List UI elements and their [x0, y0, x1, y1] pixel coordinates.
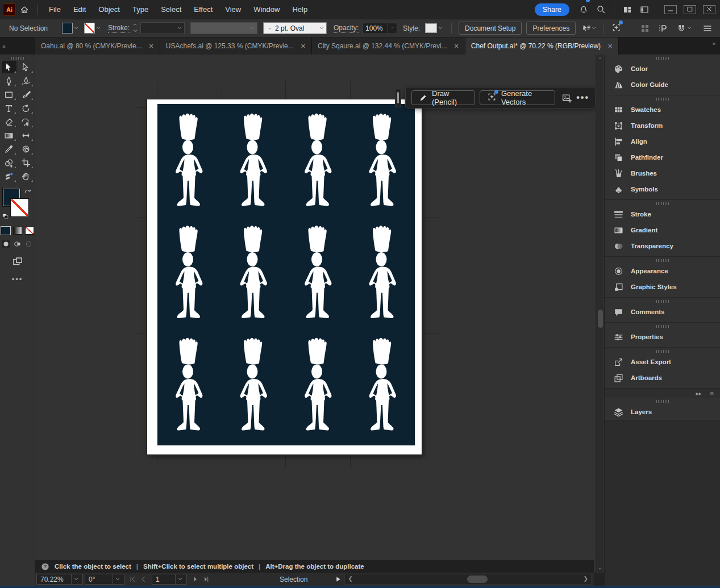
opacity-field[interactable]: 100% — [362, 23, 388, 34]
panel-tab-layers[interactable]: Layers — [605, 404, 720, 420]
menu-type[interactable]: Type — [126, 0, 155, 19]
panel-tab-symbols[interactable]: ♣Symbols — [605, 181, 720, 197]
horizontal-scrollbar[interactable]: ❮ ❯ — [344, 574, 592, 585]
maximize-button[interactable] — [684, 5, 696, 14]
selection-tool-button[interactable] — [2, 61, 16, 73]
stroke-weight-stepper[interactable] — [133, 22, 139, 34]
panel-gripper[interactable] — [656, 57, 669, 60]
panel-tab-graphic-styles[interactable]: Graphic Styles — [605, 279, 720, 295]
tab-close-icon[interactable]: ✕ — [301, 43, 306, 50]
rotation-select[interactable]: 0° — [85, 574, 124, 585]
panel-tab-properties[interactable]: Properties — [605, 329, 720, 345]
panel-tab-align[interactable]: Align — [605, 134, 720, 149]
panel-tab-transform[interactable]: Transform — [605, 118, 720, 134]
tab-close-icon[interactable]: ✕ — [149, 43, 154, 50]
default-fill-stroke-icon[interactable] — [2, 213, 9, 220]
previous-artboard-button[interactable] — [140, 576, 147, 583]
menu-file[interactable]: File — [43, 0, 67, 19]
home-icon[interactable] — [16, 0, 33, 19]
twirl-tool-button[interactable] — [19, 143, 34, 155]
hand-tool-button[interactable] — [19, 170, 34, 182]
chef-pattern-artwork[interactable] — [157, 104, 415, 445]
tab-close-icon[interactable]: ✕ — [454, 43, 459, 50]
panel-gripper[interactable] — [11, 57, 24, 60]
panel-gripper[interactable] — [656, 300, 669, 303]
panel-tab-color[interactable]: Color — [605, 61, 720, 77]
panel-menu-button[interactable] — [703, 24, 712, 33]
zoom-level-select[interactable]: 70.22% — [36, 574, 83, 585]
canvas-pasteboard[interactable]: Draw (Pencil) Generate Vectors ••• — [35, 55, 596, 560]
shaper-tool-button[interactable] — [19, 115, 34, 128]
color-button[interactable] — [1, 227, 10, 235]
brush-definition-select[interactable]: · 2 pt. Oval — [263, 22, 327, 34]
collapse-dock-icon[interactable]: » — [712, 40, 715, 47]
panel-gripper[interactable] — [656, 400, 669, 403]
generate-button[interactable] — [611, 23, 621, 34]
collapse-toolbar-icon[interactable]: « — [0, 37, 8, 55]
panel-gripper[interactable] — [656, 98, 669, 101]
select-similar-dropdown[interactable] — [581, 24, 598, 33]
scroll-right-icon[interactable]: ❯ — [584, 576, 588, 582]
document-setup-button[interactable]: Document Setup — [459, 22, 522, 35]
generate-vectors-button[interactable]: Generate Vectors — [480, 90, 555, 105]
notifications-button[interactable] — [575, 0, 592, 19]
panel-tab-artboards[interactable]: Artboards — [605, 370, 720, 386]
direct-selection-tool-button[interactable] — [19, 61, 34, 73]
panel-tab-transparency[interactable]: Transparency — [605, 238, 720, 254]
type-tool-button[interactable] — [2, 102, 16, 114]
panel-layout-button[interactable] — [636, 0, 653, 19]
snap-options-button[interactable] — [659, 24, 668, 33]
panel-gripper[interactable] — [656, 259, 669, 262]
vertical-scroll-thumb[interactable] — [598, 310, 603, 328]
menu-edit[interactable]: Edit — [67, 0, 92, 19]
task-bar-drag-handle[interactable] — [395, 88, 401, 107]
search-button[interactable] — [592, 0, 609, 19]
draw-pencil-button[interactable]: Draw (Pencil) — [411, 90, 475, 105]
menu-select[interactable]: Select — [155, 0, 188, 19]
panel-tab-comments[interactable]: Comments — [605, 304, 720, 320]
panel-gripper[interactable] — [656, 202, 669, 205]
share-button[interactable]: Share — [535, 3, 569, 16]
rectangle-tool-button[interactable] — [2, 88, 16, 101]
stroke-color-dropdown[interactable] — [84, 23, 103, 34]
vertical-scrollbar[interactable]: ⌃ ⌄ — [596, 55, 604, 573]
draw-inside-button[interactable] — [24, 240, 33, 248]
minimize-button[interactable] — [664, 5, 677, 14]
scroll-up-icon[interactable]: ⌃ — [596, 57, 604, 62]
panel-tab-asset-export[interactable]: Asset Export — [605, 354, 720, 370]
artboard-number-select[interactable]: 1 — [152, 574, 187, 585]
shape-builder-tool-button[interactable] — [2, 156, 16, 169]
panel-gripper[interactable] — [656, 325, 669, 328]
pen-tool-button[interactable] — [2, 74, 16, 87]
last-artboard-button[interactable] — [202, 576, 210, 583]
document-tab-2[interactable]: USAchefs.ai @ 125.33 % (CMYK/Previe...✕ — [160, 37, 312, 55]
gradient-button[interactable] — [13, 227, 22, 235]
curvature-tool-button[interactable] — [19, 74, 34, 87]
document-tab-4[interactable]: Chef Output.ai* @ 70.22 % (RGB/Preview)✕ — [465, 37, 619, 55]
close-panel-icon[interactable]: ✕ — [710, 390, 714, 397]
style-dropdown[interactable] — [425, 23, 445, 33]
width-tool-button[interactable] — [19, 129, 34, 141]
opacity-expand-button[interactable] — [388, 23, 397, 34]
panel-tab-brushes[interactable]: Brushes — [605, 165, 720, 181]
panel-tab-stroke[interactable]: Stroke — [605, 206, 720, 222]
status-expand-icon[interactable] — [335, 576, 342, 583]
horizontal-scroll-thumb[interactable] — [467, 576, 488, 583]
fill-color-dropdown[interactable] — [62, 23, 81, 34]
menu-object[interactable]: Object — [92, 0, 126, 19]
panel-tab-pathfinder[interactable]: Pathfinder — [605, 149, 720, 165]
snap-to-dropdown[interactable] — [677, 24, 694, 33]
task-bar-more-button[interactable]: ••• — [576, 93, 589, 103]
stroke-weight-select[interactable] — [140, 22, 185, 34]
first-artboard-button[interactable] — [129, 576, 136, 583]
none-button[interactable] — [25, 227, 34, 235]
menu-window[interactable]: Window — [247, 0, 286, 19]
scroll-down-icon[interactable]: ⌄ — [596, 565, 604, 570]
eraser-tool-button[interactable] — [2, 115, 16, 128]
panel-tab-swatches[interactable]: Swatches — [605, 102, 720, 118]
close-button[interactable] — [703, 5, 715, 14]
menu-effect[interactable]: Effect — [188, 0, 219, 19]
panel-tab-appearance[interactable]: Appearance — [605, 263, 720, 279]
stroke-weight-label[interactable]: Stroke: — [108, 24, 130, 33]
expand-panels-icon[interactable]: ▸▸ — [696, 390, 702, 397]
